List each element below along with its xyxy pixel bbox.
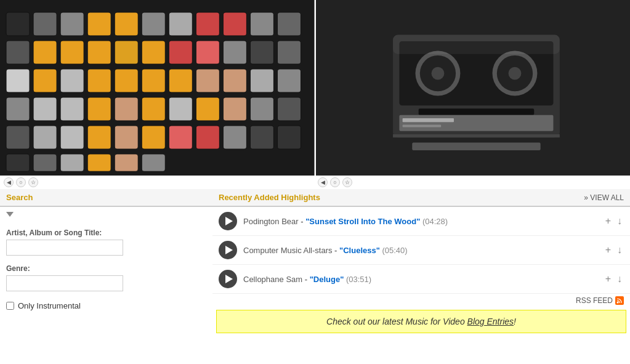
svg-rect-40 xyxy=(169,97,192,121)
svg-rect-45 xyxy=(6,126,30,149)
add-btn-3[interactable]: + xyxy=(604,273,613,285)
svg-rect-72 xyxy=(399,115,553,131)
svg-rect-15 xyxy=(87,41,111,64)
svg-rect-8 xyxy=(196,12,219,36)
track-info-3: Cellophane Sam - "Deluge" (03:51) xyxy=(237,275,604,284)
svg-rect-71 xyxy=(418,108,534,115)
svg-rect-11 xyxy=(277,12,301,36)
svg-rect-18 xyxy=(169,41,192,64)
highlights-section-header: Recently Added Highlights » VIEW ALL xyxy=(212,189,630,207)
svg-rect-43 xyxy=(250,97,273,121)
track-artist-1: Podington Bear xyxy=(243,217,299,226)
svg-rect-27 xyxy=(115,69,138,92)
svg-rect-50 xyxy=(142,126,165,149)
svg-rect-42 xyxy=(223,97,246,121)
play-button-3[interactable] xyxy=(219,270,237,288)
blog-text-before: Check out our latest Music for Video xyxy=(326,317,467,326)
artist-search-input[interactable] xyxy=(6,240,123,256)
svg-rect-56 xyxy=(6,154,30,171)
track-title-1[interactable]: "Sunset Stroll Into The Wood" xyxy=(305,217,420,226)
right-img-star-btn[interactable]: ☆ xyxy=(342,177,352,187)
add-btn-1[interactable]: + xyxy=(604,215,613,227)
down-btn-3[interactable]: ↓ xyxy=(615,273,624,285)
svg-rect-58 xyxy=(60,154,84,171)
view-all-link[interactable]: » VIEW ALL xyxy=(584,193,624,202)
only-instrumental-label[interactable]: Only Instrumental xyxy=(18,301,81,310)
svg-rect-74 xyxy=(402,124,441,127)
svg-rect-21 xyxy=(250,41,273,64)
blog-banner: Check out our latest Music for Video Blo… xyxy=(216,310,626,333)
svg-rect-3 xyxy=(60,12,84,36)
play-button-2[interactable] xyxy=(219,241,237,259)
down-btn-2[interactable]: ↓ xyxy=(615,244,624,256)
svg-rect-75 xyxy=(393,134,560,137)
rss-icon[interactable] xyxy=(615,296,624,305)
svg-rect-46 xyxy=(33,126,57,149)
svg-rect-48 xyxy=(87,126,111,149)
search-title: Search xyxy=(6,193,33,202)
svg-rect-61 xyxy=(142,154,165,171)
track-list: Podington Bear - "Sunset Stroll Into The… xyxy=(212,207,630,294)
rss-row: RSS FEED xyxy=(212,294,630,307)
svg-rect-54 xyxy=(250,126,273,149)
right-img-dot-btn[interactable]: ○ xyxy=(330,177,340,187)
play-button-1[interactable] xyxy=(219,212,237,230)
svg-rect-57 xyxy=(33,154,57,171)
svg-rect-12 xyxy=(6,41,30,64)
svg-rect-16 xyxy=(115,41,138,64)
track-sep-3: - xyxy=(302,275,310,284)
svg-point-78 xyxy=(617,302,619,304)
svg-rect-19 xyxy=(196,41,219,64)
svg-rect-20 xyxy=(223,41,246,64)
svg-rect-10 xyxy=(250,12,273,36)
svg-rect-17 xyxy=(142,41,165,64)
left-img-prev-btn[interactable]: ◀ xyxy=(4,177,14,187)
svg-rect-26 xyxy=(87,69,111,92)
track-title-2[interactable]: "Clueless" xyxy=(339,246,380,255)
track-duration-1: (04:28) xyxy=(420,217,448,226)
svg-rect-32 xyxy=(250,69,273,92)
svg-rect-34 xyxy=(6,97,30,121)
left-img-star-btn[interactable]: ☆ xyxy=(28,177,38,187)
svg-rect-2 xyxy=(33,12,57,36)
track-sep-1: - xyxy=(299,217,306,226)
svg-rect-49 xyxy=(115,126,138,149)
svg-rect-35 xyxy=(33,97,57,121)
track-info-2: Computer Music All-stars - "Clueless" (0… xyxy=(237,246,604,255)
svg-rect-22 xyxy=(277,41,301,64)
svg-rect-30 xyxy=(196,69,219,92)
right-img-prev-btn[interactable]: ◀ xyxy=(318,177,328,187)
down-btn-1[interactable]: ↓ xyxy=(615,215,624,227)
svg-rect-25 xyxy=(60,69,84,92)
play-icon-2 xyxy=(225,246,233,254)
svg-rect-73 xyxy=(402,118,453,122)
svg-rect-77 xyxy=(393,35,560,54)
track-info-1: Podington Bear - "Sunset Stroll Into The… xyxy=(237,217,604,226)
only-instrumental-checkbox[interactable] xyxy=(6,302,14,310)
svg-rect-23 xyxy=(6,69,30,92)
play-icon-3 xyxy=(225,275,233,283)
left-img-dot-btn[interactable]: ○ xyxy=(16,177,26,187)
blog-entries-link[interactable]: Blog Entries xyxy=(467,317,514,326)
rss-label[interactable]: RSS FEED xyxy=(576,296,613,305)
genre-search-input[interactable] xyxy=(6,275,123,291)
track-title-3[interactable]: "Deluge" xyxy=(310,275,344,284)
svg-rect-29 xyxy=(169,69,192,92)
svg-rect-47 xyxy=(60,126,84,149)
svg-rect-37 xyxy=(87,97,111,121)
svg-rect-76 xyxy=(412,143,540,151)
svg-rect-52 xyxy=(196,126,219,149)
svg-rect-41 xyxy=(196,97,219,121)
highlights-title: Recently Added Highlights xyxy=(219,193,320,202)
svg-rect-31 xyxy=(223,69,246,92)
blog-text-after: ! xyxy=(514,317,516,326)
svg-rect-44 xyxy=(277,97,301,121)
search-section-header: Search xyxy=(0,189,212,207)
svg-point-70 xyxy=(508,67,521,80)
table-row: Podington Bear - "Sunset Stroll Into The… xyxy=(212,207,630,236)
table-row: Cellophane Sam - "Deluge" (03:51) + ↓ xyxy=(212,265,630,294)
collapse-arrow-icon[interactable] xyxy=(6,212,14,217)
svg-rect-13 xyxy=(33,41,57,64)
svg-rect-39 xyxy=(142,97,165,121)
add-btn-2[interactable]: + xyxy=(604,244,613,256)
